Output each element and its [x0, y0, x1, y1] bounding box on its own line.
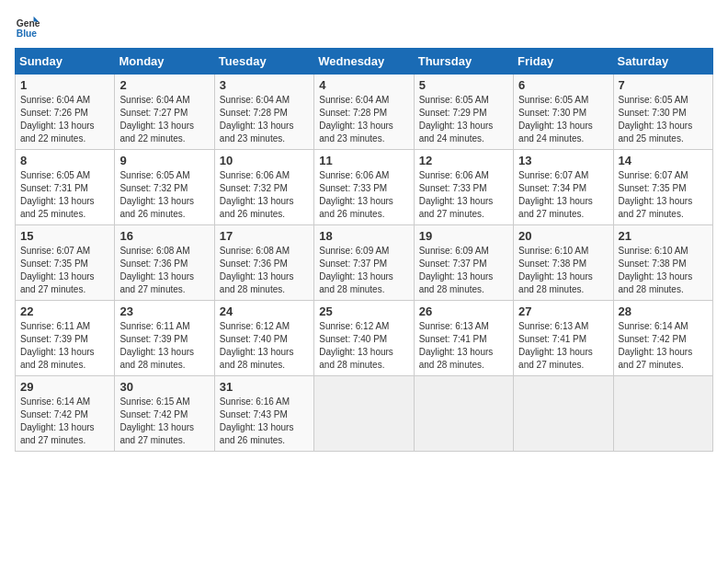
- day-info: Sunrise: 6:06 AM Sunset: 7:33 PM Dayligh…: [419, 169, 508, 221]
- calendar-cell: 13Sunrise: 6:07 AM Sunset: 7:34 PM Dayli…: [514, 150, 613, 225]
- calendar-cell: 21Sunrise: 6:10 AM Sunset: 7:38 PM Dayli…: [613, 225, 712, 301]
- day-info: Sunrise: 6:07 AM Sunset: 7:34 PM Dayligh…: [518, 169, 608, 221]
- calendar-cell: 6Sunrise: 6:05 AM Sunset: 7:30 PM Daylig…: [514, 75, 613, 150]
- day-info: Sunrise: 6:15 AM Sunset: 7:42 PM Dayligh…: [119, 396, 209, 447]
- day-info: Sunrise: 6:04 AM Sunset: 7:28 PM Dayligh…: [319, 94, 408, 145]
- day-number: 16: [119, 229, 209, 243]
- day-info: Sunrise: 6:04 AM Sunset: 7:27 PM Dayligh…: [119, 94, 209, 145]
- day-number: 27: [518, 304, 608, 318]
- calendar-body: 1Sunrise: 6:04 AM Sunset: 7:26 PM Daylig…: [16, 75, 713, 452]
- day-number: 9: [119, 154, 209, 167]
- weekday-header-saturday: Saturday: [613, 49, 712, 75]
- logo: General Blue: [15, 15, 44, 40]
- day-info: Sunrise: 6:04 AM Sunset: 7:26 PM Dayligh…: [20, 94, 109, 145]
- day-number: 1: [20, 78, 109, 92]
- weekday-header-sunday: Sunday: [16, 49, 115, 75]
- calendar-cell: 1Sunrise: 6:04 AM Sunset: 7:26 PM Daylig…: [16, 75, 115, 150]
- day-info: Sunrise: 6:04 AM Sunset: 7:28 PM Dayligh…: [220, 94, 309, 145]
- calendar-cell: 14Sunrise: 6:07 AM Sunset: 7:35 PM Dayli…: [613, 150, 712, 225]
- calendar-cell: 11Sunrise: 6:06 AM Sunset: 7:33 PM Dayli…: [314, 150, 414, 225]
- calendar-cell: 20Sunrise: 6:10 AM Sunset: 7:38 PM Dayli…: [514, 225, 613, 301]
- day-info: Sunrise: 6:06 AM Sunset: 7:32 PM Dayligh…: [220, 169, 309, 221]
- day-number: 23: [119, 304, 209, 318]
- calendar-table: SundayMondayTuesdayWednesdayThursdayFrid…: [15, 48, 713, 452]
- calendar-cell: [613, 376, 712, 452]
- week-row-5: 29Sunrise: 6:14 AM Sunset: 7:42 PM Dayli…: [16, 376, 713, 452]
- page-header: General Blue: [15, 15, 713, 40]
- calendar-cell: 2Sunrise: 6:04 AM Sunset: 7:27 PM Daylig…: [115, 75, 214, 150]
- day-info: Sunrise: 6:14 AM Sunset: 7:42 PM Dayligh…: [619, 320, 708, 372]
- day-number: 10: [220, 154, 309, 167]
- day-info: Sunrise: 6:05 AM Sunset: 7:29 PM Dayligh…: [419, 94, 508, 145]
- weekday-header-tuesday: Tuesday: [214, 49, 313, 75]
- day-info: Sunrise: 6:12 AM Sunset: 7:40 PM Dayligh…: [319, 320, 408, 372]
- calendar-cell: [314, 376, 414, 452]
- day-info: Sunrise: 6:16 AM Sunset: 7:43 PM Dayligh…: [220, 396, 309, 447]
- calendar-cell: 12Sunrise: 6:06 AM Sunset: 7:33 PM Dayli…: [414, 150, 513, 225]
- day-info: Sunrise: 6:08 AM Sunset: 7:36 PM Dayligh…: [119, 245, 209, 296]
- week-row-2: 8Sunrise: 6:05 AM Sunset: 7:31 PM Daylig…: [16, 150, 713, 225]
- calendar-cell: 9Sunrise: 6:05 AM Sunset: 7:32 PM Daylig…: [115, 150, 214, 225]
- calendar-cell: 4Sunrise: 6:04 AM Sunset: 7:28 PM Daylig…: [314, 75, 414, 150]
- day-info: Sunrise: 6:07 AM Sunset: 7:35 PM Dayligh…: [20, 245, 109, 296]
- calendar-header: SundayMondayTuesdayWednesdayThursdayFrid…: [16, 49, 713, 75]
- day-number: 28: [619, 304, 708, 318]
- day-number: 2: [119, 78, 209, 92]
- day-number: 26: [419, 304, 508, 318]
- calendar-cell: 19Sunrise: 6:09 AM Sunset: 7:37 PM Dayli…: [414, 225, 513, 301]
- day-number: 5: [419, 78, 508, 92]
- calendar-cell: 26Sunrise: 6:13 AM Sunset: 7:41 PM Dayli…: [414, 301, 513, 376]
- day-number: 14: [619, 154, 708, 167]
- day-info: Sunrise: 6:05 AM Sunset: 7:32 PM Dayligh…: [119, 169, 209, 221]
- day-number: 8: [20, 154, 109, 167]
- day-number: 7: [619, 78, 708, 92]
- day-info: Sunrise: 6:11 AM Sunset: 7:39 PM Dayligh…: [119, 320, 209, 372]
- day-info: Sunrise: 6:07 AM Sunset: 7:35 PM Dayligh…: [619, 169, 708, 221]
- day-info: Sunrise: 6:13 AM Sunset: 7:41 PM Dayligh…: [518, 320, 608, 372]
- day-number: 11: [319, 154, 408, 167]
- day-number: 20: [518, 229, 608, 243]
- day-number: 4: [319, 78, 408, 92]
- weekday-header-row: SundayMondayTuesdayWednesdayThursdayFrid…: [16, 49, 713, 75]
- calendar-cell: 5Sunrise: 6:05 AM Sunset: 7:29 PM Daylig…: [414, 75, 513, 150]
- day-number: 21: [619, 229, 708, 243]
- calendar-cell: 31Sunrise: 6:16 AM Sunset: 7:43 PM Dayli…: [214, 376, 313, 452]
- day-number: 30: [119, 380, 209, 394]
- weekday-header-thursday: Thursday: [414, 49, 513, 75]
- day-info: Sunrise: 6:05 AM Sunset: 7:30 PM Dayligh…: [518, 94, 608, 145]
- day-info: Sunrise: 6:09 AM Sunset: 7:37 PM Dayligh…: [319, 245, 408, 296]
- day-info: Sunrise: 6:10 AM Sunset: 7:38 PM Dayligh…: [518, 245, 608, 296]
- day-info: Sunrise: 6:06 AM Sunset: 7:33 PM Dayligh…: [319, 169, 408, 221]
- calendar-cell: [514, 376, 613, 452]
- calendar-cell: 8Sunrise: 6:05 AM Sunset: 7:31 PM Daylig…: [16, 150, 115, 225]
- weekday-header-monday: Monday: [115, 49, 214, 75]
- calendar-cell: 28Sunrise: 6:14 AM Sunset: 7:42 PM Dayli…: [613, 301, 712, 376]
- day-info: Sunrise: 6:10 AM Sunset: 7:38 PM Dayligh…: [619, 245, 708, 296]
- week-row-1: 1Sunrise: 6:04 AM Sunset: 7:26 PM Daylig…: [16, 75, 713, 150]
- day-number: 6: [518, 78, 608, 92]
- calendar-cell: 3Sunrise: 6:04 AM Sunset: 7:28 PM Daylig…: [214, 75, 313, 150]
- week-row-3: 15Sunrise: 6:07 AM Sunset: 7:35 PM Dayli…: [16, 225, 713, 301]
- day-info: Sunrise: 6:05 AM Sunset: 7:31 PM Dayligh…: [20, 169, 109, 221]
- day-info: Sunrise: 6:05 AM Sunset: 7:30 PM Dayligh…: [619, 94, 708, 145]
- day-info: Sunrise: 6:11 AM Sunset: 7:39 PM Dayligh…: [20, 320, 109, 372]
- day-number: 29: [20, 380, 109, 394]
- day-number: 22: [20, 304, 109, 318]
- day-number: 31: [220, 380, 309, 394]
- calendar-cell: 23Sunrise: 6:11 AM Sunset: 7:39 PM Dayli…: [115, 301, 214, 376]
- day-info: Sunrise: 6:08 AM Sunset: 7:36 PM Dayligh…: [220, 245, 309, 296]
- day-number: 25: [319, 304, 408, 318]
- day-number: 15: [20, 229, 109, 243]
- calendar-cell: 24Sunrise: 6:12 AM Sunset: 7:40 PM Dayli…: [214, 301, 313, 376]
- week-row-4: 22Sunrise: 6:11 AM Sunset: 7:39 PM Dayli…: [16, 301, 713, 376]
- calendar-cell: 16Sunrise: 6:08 AM Sunset: 7:36 PM Dayli…: [115, 225, 214, 301]
- day-number: 18: [319, 229, 408, 243]
- calendar-cell: 17Sunrise: 6:08 AM Sunset: 7:36 PM Dayli…: [214, 225, 313, 301]
- day-number: 17: [220, 229, 309, 243]
- calendar-cell: 18Sunrise: 6:09 AM Sunset: 7:37 PM Dayli…: [314, 225, 414, 301]
- day-info: Sunrise: 6:13 AM Sunset: 7:41 PM Dayligh…: [419, 320, 508, 372]
- day-number: 24: [220, 304, 309, 318]
- calendar-cell: 25Sunrise: 6:12 AM Sunset: 7:40 PM Dayli…: [314, 301, 414, 376]
- day-number: 13: [518, 154, 608, 167]
- calendar-cell: 29Sunrise: 6:14 AM Sunset: 7:42 PM Dayli…: [16, 376, 115, 452]
